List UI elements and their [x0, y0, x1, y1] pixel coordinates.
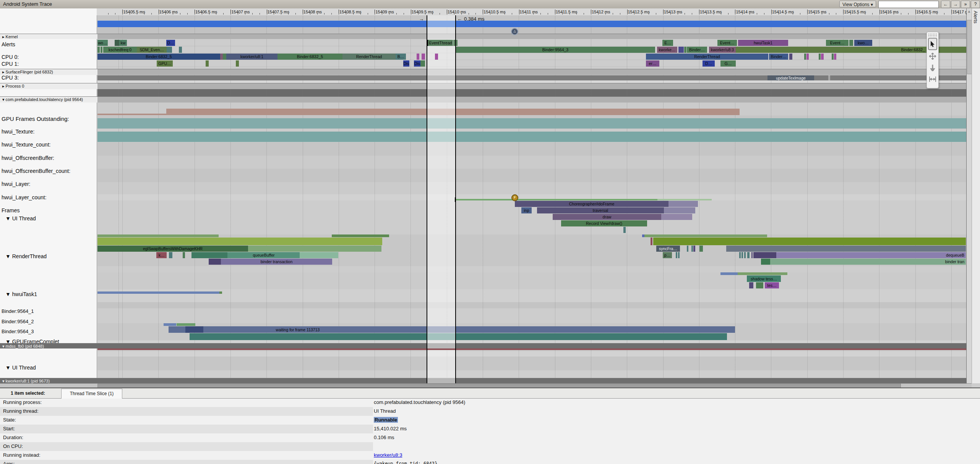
trace-slice[interactable]: [332, 234, 389, 237]
trace-slice[interactable]: Binder:6832_5: [97, 54, 220, 60]
trace-slice[interactable]: GPU…: [157, 60, 173, 67]
trace-slice[interactable]: [427, 326, 456, 333]
trace-slice[interactable]: kworker/u8:1: [226, 54, 277, 60]
trace-slice[interactable]: [164, 323, 176, 326]
trace-slice[interactable]: er…: [646, 60, 659, 67]
trace-slice[interactable]: [821, 54, 824, 60]
trace-slice[interactable]: [456, 75, 966, 80]
section-header-band[interactable]: ▸ Process 0: [0, 83, 966, 89]
trace-slice[interactable]: wo…: [97, 40, 108, 46]
trace-slice[interactable]: [97, 234, 219, 237]
trace-slice[interactable]: [422, 54, 425, 60]
trace-slice[interactable]: [185, 326, 203, 333]
trace-slice[interactable]: [177, 323, 195, 326]
timeline-tracks[interactable]: InteractionsAlertsCPU 0:CPU 1:CPU 2:CPU …: [0, 15, 966, 383]
trace-slice[interactable]: [753, 252, 776, 258]
trace-slice[interactable]: [456, 326, 735, 333]
alert-icon[interactable]: △: [511, 28, 518, 35]
trace-slice[interactable]: [191, 252, 227, 258]
sidebar-item-renderthread[interactable]: ▼ RenderThread: [5, 253, 47, 259]
palette-grip[interactable]: [928, 33, 937, 37]
trace-slice[interactable]: [97, 291, 219, 294]
detail-value-link[interactable]: kworker/u8:3: [374, 452, 402, 458]
trace-slice[interactable]: [456, 118, 966, 129]
trace-slice[interactable]: inp: [521, 207, 532, 213]
trace-slice[interactable]: [751, 252, 753, 258]
trace-slice[interactable]: [220, 54, 223, 60]
trace-slice[interactable]: [720, 272, 738, 275]
trace-slice[interactable]: [219, 291, 222, 294]
trace-slice[interactable]: [101, 47, 102, 53]
trace-slice[interactable]: [668, 201, 698, 207]
trace-slice[interactable]: [676, 252, 677, 258]
trace-slice[interactable]: [661, 214, 692, 220]
trace-slice[interactable]: Dis: [414, 60, 420, 67]
trace-slice[interactable]: D…: [703, 60, 715, 67]
trace-slice[interactable]: [427, 75, 456, 80]
trace-slice[interactable]: [427, 21, 456, 27]
trace-slice[interactable]: p…: [663, 252, 672, 258]
trace-slice[interactable]: [179, 47, 182, 53]
trace-slice[interactable]: [738, 272, 787, 275]
trace-slice[interactable]: binder tran: [770, 259, 966, 265]
trace-slice[interactable]: [97, 118, 427, 129]
trace-slice[interactable]: kwo…: [854, 40, 872, 46]
trace-slice[interactable]: RenderThread: [646, 54, 768, 60]
trace-slice[interactable]: [97, 114, 166, 115]
sidebar-item-ui-thread[interactable]: ▼ UI Thread: [5, 215, 36, 221]
scroll-up-icon[interactable]: ▲: [967, 9, 972, 15]
trace-slice[interactable]: [684, 47, 686, 53]
trace-slice[interactable]: [97, 132, 427, 142]
trace-slice[interactable]: G…: [720, 60, 736, 67]
trace-slice[interactable]: [756, 282, 763, 288]
section-header-band[interactable]: ▾ kworker/u8:1 (pid 9673): [0, 378, 966, 383]
trace-slice[interactable]: [427, 132, 456, 142]
trace-slice[interactable]: [761, 259, 770, 265]
trace-slice[interactable]: Dis: [403, 60, 409, 67]
trace-slice[interactable]: Binder…: [769, 54, 788, 60]
tab-thread-time-slice[interactable]: Thread Time Slice (1): [61, 389, 122, 399]
trace-slice[interactable]: [832, 54, 834, 60]
trace-slice[interactable]: [687, 246, 688, 252]
section-header-band[interactable]: ▸ SurfaceFlinger (pid 6832): [0, 69, 966, 75]
trace-slice[interactable]: [190, 333, 427, 340]
timing-tool-button[interactable]: [928, 74, 937, 85]
trace-slice[interactable]: [97, 75, 427, 80]
selection-tool-button[interactable]: [928, 38, 937, 50]
trace-slice[interactable]: Event…: [826, 40, 849, 46]
trace-slice[interactable]: [699, 246, 703, 252]
trace-slice[interactable]: [657, 199, 712, 200]
trace-slice[interactable]: draw: [553, 214, 661, 220]
trace-slice[interactable]: [849, 40, 853, 46]
trace-slice[interactable]: binder transaction: [221, 259, 332, 265]
trace-slice[interactable]: [115, 40, 119, 46]
trace-slice[interactable]: hwuiTask1: [738, 40, 788, 46]
trace-slice[interactable]: kworker/u8:3: [709, 47, 736, 53]
trace-slice[interactable]: SDM_Even…: [137, 47, 167, 53]
trace-slice[interactable]: [726, 246, 966, 252]
search-input[interactable]: [878, 1, 939, 8]
trace-slice[interactable]: [741, 252, 743, 258]
trace-slice[interactable]: shadow tess…: [747, 275, 781, 282]
trace-slice[interactable]: [169, 252, 172, 258]
trace-slice[interactable]: E…: [662, 40, 673, 46]
trace-slice[interactable]: [206, 60, 209, 67]
trace-slice[interactable]: [744, 252, 746, 258]
trace-slice[interactable]: queueBuffer: [227, 252, 300, 258]
pan-tool-button[interactable]: [928, 51, 937, 62]
trace-slice[interactable]: [97, 47, 100, 53]
trace-slice[interactable]: Choreographer#doFrame: [515, 201, 668, 207]
trace-slice[interactable]: [456, 132, 966, 142]
trace-slice[interactable]: [166, 109, 427, 115]
trace-slice[interactable]: updateTexImage: [767, 75, 814, 80]
trace-slice[interactable]: k…: [156, 252, 167, 258]
trace-slice[interactable]: Binder…: [687, 47, 707, 53]
trace-slice[interactable]: [819, 54, 821, 60]
selection-end-line[interactable]: [455, 15, 456, 383]
trace-slice[interactable]: [456, 109, 740, 115]
trace-slice[interactable]: [97, 238, 382, 245]
trace-slice[interactable]: kschedfreq:0: [103, 47, 137, 53]
trace-slice[interactable]: [167, 47, 172, 53]
trace-slice[interactable]: syncFra…: [656, 246, 680, 252]
trace-slice[interactable]: [248, 246, 381, 252]
